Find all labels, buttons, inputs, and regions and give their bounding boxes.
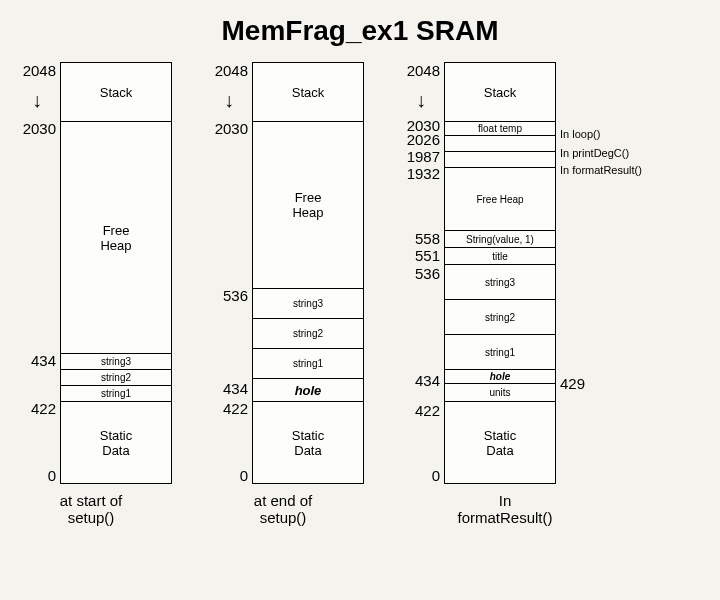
memory-segment <box>445 135 555 151</box>
memory-bar: Stackfloat tempFree HeapString(value, 1)… <box>444 62 556 484</box>
address-label: 422 <box>31 400 56 417</box>
memory-segment: units <box>445 383 555 401</box>
memory-segment: string1 <box>61 385 171 401</box>
address-label: 2048 <box>407 62 440 79</box>
stack-arrow-icon: ↓ <box>416 90 426 110</box>
memory-segment: string1 <box>445 334 555 369</box>
memory-segment: Static Data <box>61 401 171 483</box>
address-label: 536 <box>223 287 248 304</box>
address-label: 2048 <box>215 62 248 79</box>
address-label: 536 <box>415 265 440 282</box>
memory-segment: string1 <box>253 348 363 378</box>
address-label: 1932 <box>407 165 440 182</box>
address-label: 0 <box>240 467 248 484</box>
context-label: In printDegC() <box>560 147 629 159</box>
diagram-columns: 2048↓20304344220StackFree Heapstring3str… <box>10 62 710 482</box>
memory-segment: String(value, 1) <box>445 230 555 247</box>
memory-column: 2048↓20305364344220StackFree Heapstring3… <box>202 62 364 482</box>
memory-bar: StackFree Heapstring3string2string1Stati… <box>60 62 172 484</box>
address-label: 422 <box>223 400 248 417</box>
address-labels: 2048↓20302026198719325585515364344220 <box>394 62 444 482</box>
address-label: 0 <box>432 467 440 484</box>
memory-segment: Free Heap <box>445 167 555 230</box>
address-label: 2026 <box>407 131 440 148</box>
context-label: In formatResult() <box>560 164 642 176</box>
memory-segment: string3 <box>445 264 555 299</box>
memory-segment: string3 <box>253 288 363 318</box>
page-title: MemFrag_ex1 SRAM <box>10 15 710 47</box>
memory-segment: Free Heap <box>253 121 363 288</box>
memory-segment: title <box>445 247 555 264</box>
address-label: 558 <box>415 230 440 247</box>
address-label: 551 <box>415 247 440 264</box>
memory-segment: string2 <box>445 299 555 334</box>
memory-segment: string3 <box>61 353 171 369</box>
memory-segment: string2 <box>61 369 171 385</box>
memory-bar: StackFree Heapstring3string2string1holeS… <box>252 62 364 484</box>
memory-segment: Free Heap <box>61 121 171 353</box>
memory-segment <box>445 151 555 167</box>
memory-segment: Static Data <box>253 401 363 483</box>
memory-segment: float temp <box>445 121 555 135</box>
column-caption: at end of setup() <box>202 492 364 526</box>
memory-segment: hole <box>253 378 363 401</box>
address-label: 434 <box>223 380 248 397</box>
memory-segment: Stack <box>61 63 171 121</box>
memory-segment: string2 <box>253 318 363 348</box>
column-caption: at start of setup() <box>10 492 172 526</box>
address-label: 434 <box>31 352 56 369</box>
context-label: 429 <box>560 375 585 392</box>
stack-arrow-icon: ↓ <box>224 90 234 110</box>
memory-segment: Stack <box>253 63 363 121</box>
context-label: In loop() <box>560 128 600 140</box>
right-labels: In loop()In printDegC()In formatResult()… <box>556 62 616 482</box>
memory-segment: hole <box>445 369 555 383</box>
memory-column: 2048↓20304344220StackFree Heapstring3str… <box>10 62 172 482</box>
address-label: 422 <box>415 402 440 419</box>
memory-column: 2048↓20302026198719325585515364344220Sta… <box>394 62 616 482</box>
memory-segment: Static Data <box>445 401 555 483</box>
stack-arrow-icon: ↓ <box>32 90 42 110</box>
address-label: 2030 <box>23 120 56 137</box>
address-label: 0 <box>48 467 56 484</box>
column-caption: In formatResult() <box>394 492 616 526</box>
address-label: 434 <box>415 372 440 389</box>
address-label: 2030 <box>215 120 248 137</box>
address-labels: 2048↓20304344220 <box>10 62 60 482</box>
address-labels: 2048↓20305364344220 <box>202 62 252 482</box>
address-label: 2048 <box>23 62 56 79</box>
memory-segment: Stack <box>445 63 555 121</box>
address-label: 1987 <box>407 148 440 165</box>
